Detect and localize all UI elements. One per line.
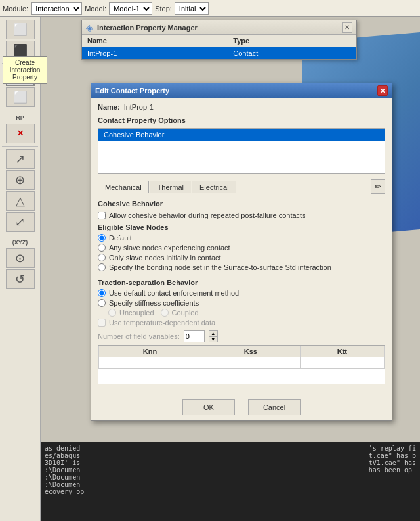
- radio-any-slave[interactable]: [98, 244, 106, 252]
- ipm-row-1[interactable]: IntProp-1 Contact: [82, 47, 356, 60]
- sidebar-btn-8[interactable]: ⤢: [6, 212, 35, 232]
- radio-row-any: Any slave nodes experiencing contact: [98, 244, 385, 252]
- ecp-body: Name: IntProp-1 Contact Property Options…: [91, 98, 392, 394]
- sidebar-btn-6[interactable]: ⊕: [6, 170, 35, 190]
- sidebar-divider-4: [2, 235, 38, 235]
- ecp-tabs: Mechanical Thermal Electrical ✏: [98, 179, 385, 194]
- table-row-empty: [99, 357, 385, 369]
- radio-only-slave[interactable]: [98, 254, 106, 261]
- content-title: Cohesive Behavior: [98, 200, 385, 208]
- module-label: Module:: [3, 5, 28, 12]
- col-knn: Knn: [99, 346, 201, 357]
- checkbox-temp-label: Use temperature-dependent data: [109, 319, 215, 327]
- radio-row-specify-stiffness: Specify stiffness coefficients: [98, 299, 385, 307]
- radio-uncoupled-label: Uncoupled: [119, 309, 154, 317]
- list-item-cohesive[interactable]: Cohesive Behavior: [98, 129, 385, 141]
- field-variables-input[interactable]: [184, 330, 205, 342]
- checkbox-temp[interactable]: [98, 319, 106, 327]
- slave-nodes-title: Eligible Slave Nodes: [98, 223, 385, 231]
- tab-electrical[interactable]: Electrical: [192, 181, 236, 193]
- knn-kss-ktt-table: Knn Kss Ktt: [98, 346, 385, 369]
- sidebar-btn-4[interactable]: ⬜: [6, 87, 35, 107]
- cell-ktt[interactable]: [300, 357, 384, 369]
- tab-mechanical[interactable]: Mechanical: [98, 181, 149, 193]
- ipm-col-name: Name: [82, 35, 228, 47]
- ok-button[interactable]: OK: [182, 399, 235, 415]
- field-row-variables: Number of field variables: ▲ ▼: [98, 330, 385, 342]
- radio-specify-label: Specify the bonding node set in the Surf…: [109, 263, 331, 271]
- radio-uncoupled[interactable]: [108, 309, 116, 317]
- background-content: ◈ Interaction Property Manager ✕ Name Ty…: [41, 17, 420, 521]
- edit-icon: ✏: [375, 182, 381, 191]
- ecp-footer: OK Cancel: [91, 394, 392, 420]
- step-select[interactable]: Initial: [175, 2, 209, 15]
- spinner-up-button[interactable]: ▲: [209, 330, 218, 336]
- radio-coupled-label: Coupled: [172, 309, 199, 317]
- cell-kss[interactable]: [201, 357, 301, 369]
- model-select[interactable]: Model-1: [109, 2, 152, 15]
- sidebar-divider-3: [2, 146, 38, 147]
- left-sidebar: ⬜ ⬛ ⚡ ⬜ RP ✕ ↗ ⊕ △ ⤢ (XYZ) ⊙ ↺: [0, 17, 41, 521]
- radio-specify-stiffness[interactable]: [98, 299, 106, 307]
- step-label: Step:: [155, 5, 172, 12]
- radio-row-uncoupled: Uncoupled: [108, 309, 154, 317]
- checkbox-cohesive-label: Allow cohesive behavior during repeated …: [109, 212, 306, 219]
- sidebar-btn-9[interactable]: ⊙: [6, 248, 35, 268]
- radio-row-default: Default: [98, 234, 385, 242]
- radio-coupled[interactable]: [161, 309, 169, 317]
- radio-use-default-label: Use default contact enforcement method: [109, 289, 239, 297]
- ipm-table: Name Type IntProp-1 Contact: [82, 35, 356, 59]
- ecp-close-icon: ✕: [380, 87, 385, 95]
- radio-default-label: Default: [109, 234, 132, 242]
- ecp-close-button[interactable]: ✕: [377, 85, 388, 96]
- xyz-label: (XYZ): [12, 238, 28, 247]
- name-value: IntProp-1: [124, 103, 154, 111]
- sidebar-btn-1[interactable]: ⬜: [6, 20, 35, 39]
- sidebar-btn-rp-x[interactable]: ✕: [6, 124, 35, 143]
- sidebar-btn-3[interactable]: ⚡: [6, 66, 35, 86]
- top-toolbar: Module: Interaction Model: Model-1 Step:…: [0, 0, 420, 17]
- ipm-close-button[interactable]: ✕: [342, 22, 352, 33]
- ipm-close-icon: ✕: [345, 24, 350, 31]
- console-line-7: ecovery op: [45, 488, 84, 495]
- sidebar-divider-1: [2, 63, 38, 64]
- property-list[interactable]: Cohesive Behavior: [98, 128, 385, 174]
- ecp-dialog: Edit Contact Property ✕ Name: IntProp-1 …: [91, 83, 392, 421]
- field-variables-spinner: ▲ ▼: [209, 330, 218, 342]
- ipm-row-name: IntProp-1: [82, 47, 228, 60]
- cancel-button[interactable]: Cancel: [248, 399, 301, 415]
- sidebar-btn-7[interactable]: △: [6, 191, 35, 211]
- ipm-row-type: Contact: [228, 47, 356, 60]
- radio-only-slave-label: Only slave nodes initially in contact: [109, 254, 221, 261]
- sidebar-btn-2[interactable]: ⬛: [6, 41, 35, 60]
- sidebar-btn-10[interactable]: ↺: [6, 269, 35, 289]
- radio-row-specify: Specify the bonding node set in the Surf…: [98, 263, 385, 271]
- rp-label: RP: [16, 113, 24, 122]
- tab-content: Cohesive Behavior Allow cohesive behavio…: [98, 200, 385, 388]
- radio-specify[interactable]: [98, 263, 106, 271]
- checkbox-cohesive[interactable]: [98, 212, 106, 219]
- data-table-container: Knn Kss Ktt: [98, 345, 385, 384]
- checkbox-row-temp: Use temperature-dependent data: [98, 319, 385, 327]
- console-right: 's replay fi t.cae" has b tV1.cae" has h…: [369, 445, 416, 495]
- tab-thermal[interactable]: Thermal: [150, 181, 191, 193]
- console-right-line-4: tV1.cae" has: [369, 459, 416, 466]
- console-left: as denied es/abaqus 3D10I' is :\Documen …: [45, 445, 84, 495]
- ipm-col-type: Type: [228, 35, 356, 47]
- radio-row-use-default: Use default contact enforcement method: [98, 289, 385, 297]
- radio-use-default[interactable]: [98, 289, 106, 297]
- model-label: Model:: [85, 5, 106, 12]
- radio-default[interactable]: [98, 234, 106, 242]
- console-right-line-1: 's replay fi: [369, 445, 416, 452]
- cell-knn[interactable]: [99, 357, 201, 369]
- sidebar-btn-5[interactable]: ↗: [6, 149, 35, 169]
- spinner-down-button[interactable]: ▼: [209, 336, 218, 342]
- console-line-6: :\Documen: [45, 481, 84, 488]
- main-area: ⬜ ⬛ ⚡ ⬜ RP ✕ ↗ ⊕ △ ⤢ (XYZ) ⊙ ↺ Create In…: [0, 17, 420, 521]
- console-right-line-5: has been op: [369, 466, 416, 474]
- module-select[interactable]: Interaction: [31, 2, 82, 15]
- field-variables-label: Number of field variables:: [98, 332, 180, 340]
- name-label: Name:: [98, 103, 120, 111]
- edit-icon-button[interactable]: ✏: [371, 179, 385, 194]
- ecp-title: Edit Contact Property: [95, 87, 169, 95]
